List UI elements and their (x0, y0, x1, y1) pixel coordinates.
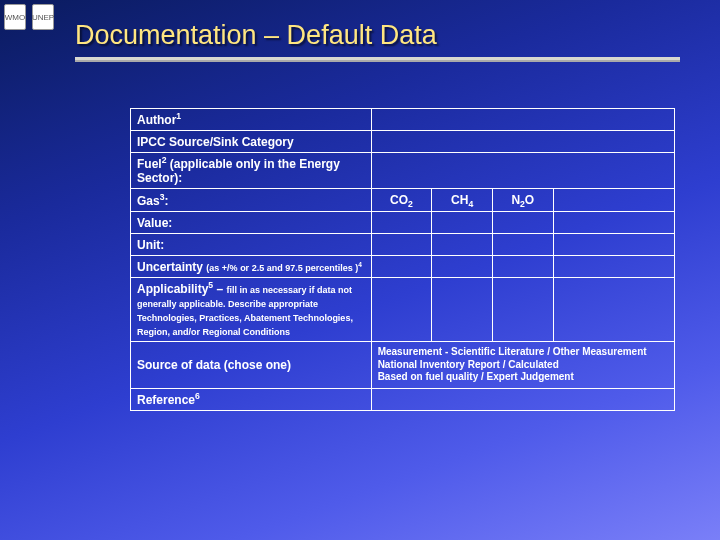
reference-value (371, 388, 674, 410)
uncertainty-label: Uncertainty (as +/% or 2.5 and 97.5 perc… (131, 256, 372, 278)
logo-strip: WMO UNEP (4, 4, 54, 30)
applicability-label: Applicability5 – fill in as necessary if… (131, 278, 372, 342)
fuel-value (371, 153, 674, 189)
unep-logo: UNEP (32, 4, 54, 30)
source-label: Source of data (chose one) (131, 342, 372, 389)
author-value (371, 109, 674, 131)
author-label: Author1 (131, 109, 372, 131)
title-area: Documentation – Default Data (75, 20, 680, 62)
row-gas: Gas3: CO2 CH4 N2O (131, 189, 675, 212)
title-underline (75, 57, 680, 62)
unit-label: Unit: (131, 234, 372, 256)
gas-label: Gas3: (131, 189, 372, 212)
page-title: Documentation – Default Data (75, 20, 680, 55)
row-fuel: Fuel2 (applicable only in the Energy Sec… (131, 153, 675, 189)
gas-ch4: CH4 (432, 189, 493, 212)
row-applicability: Applicability5 – fill in as necessary if… (131, 278, 675, 342)
fuel-label: Fuel2 (applicable only in the Energy Sec… (131, 153, 372, 189)
row-unit: Unit: (131, 234, 675, 256)
source-value: Measurement - Scientific Literature / Ot… (371, 342, 674, 389)
gas-extra (553, 189, 674, 212)
row-value: Value: (131, 212, 675, 234)
data-table: Author1 IPCC Source/Sink Category Fuel2 … (130, 108, 675, 411)
row-source: Source of data (chose one) Measurement -… (131, 342, 675, 389)
gas-n2o: N2O (492, 189, 553, 212)
row-category: IPCC Source/Sink Category (131, 131, 675, 153)
reference-label: Reference6 (131, 388, 372, 410)
row-reference: Reference6 (131, 388, 675, 410)
row-uncertainty: Uncertainty (as +/% or 2.5 and 97.5 perc… (131, 256, 675, 278)
category-label: IPCC Source/Sink Category (131, 131, 372, 153)
value-label: Value: (131, 212, 372, 234)
row-author: Author1 (131, 109, 675, 131)
category-value (371, 131, 674, 153)
wmo-logo: WMO (4, 4, 26, 30)
gas-co2: CO2 (371, 189, 432, 212)
